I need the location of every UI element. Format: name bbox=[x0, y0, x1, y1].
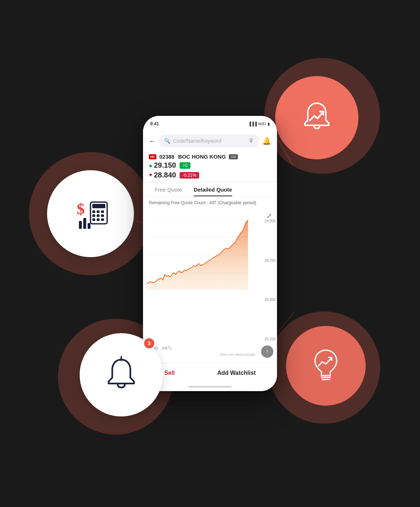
search-input-wrapper[interactable]: 🔍 Code/Name/Keyword 🎙 bbox=[160, 135, 259, 147]
svg-rect-11 bbox=[101, 218, 104, 221]
status-bar: 9:41 ▐▐▐ WiFi ▮ bbox=[143, 116, 277, 132]
price-row-down: 28.840 -0.21% bbox=[149, 171, 271, 179]
svg-rect-2 bbox=[92, 204, 105, 208]
battery-icon: ▮ bbox=[268, 122, 270, 126]
change-badge-green: +0 bbox=[180, 162, 190, 169]
price-up-indicator: 29.150 bbox=[149, 161, 176, 169]
chart-copyright: etnet.com.hk@copyright bbox=[220, 353, 255, 356]
phone-mockup: 9:41 ▐▐▐ WiFi ▮ ← 🔍 Code/Name/Keyword 🎙 … bbox=[143, 116, 277, 391]
home-bar bbox=[188, 386, 232, 387]
bell-trend-bubble bbox=[275, 76, 358, 159]
lightbulb-trend-bubble bbox=[286, 326, 366, 406]
svg-rect-4 bbox=[97, 210, 100, 213]
bottom-action-bar: Sell Add Watchlist bbox=[143, 363, 277, 382]
svg-rect-10 bbox=[97, 218, 100, 221]
stock-header: HK 02388 BOC HONG KONG 10d 29.150 +0 bbox=[143, 151, 277, 181]
period-badge: 10d bbox=[229, 154, 238, 159]
down-arrow bbox=[149, 174, 152, 177]
search-bar: ← 🔍 Code/Name/Keyword 🎙 🔔 bbox=[143, 132, 277, 151]
chart-area: ⤢ bbox=[143, 208, 277, 363]
main-scene: $ bbox=[47, 54, 373, 453]
stock-name-row: HK 02388 BOC HONG KONG 10d bbox=[149, 154, 271, 160]
chart-time-label: 14:00 (HKT) bbox=[149, 346, 259, 350]
calculator-finance-icon: $ bbox=[69, 192, 112, 235]
svg-rect-7 bbox=[97, 214, 100, 217]
tab-free-quote[interactable]: Free Quote bbox=[149, 183, 188, 196]
bell-notification-icon bbox=[101, 353, 141, 397]
expand-chart-icon[interactable]: ⤢ bbox=[266, 212, 272, 220]
search-icon: 🔍 bbox=[164, 138, 170, 144]
scroll-top-button[interactable]: ↑ bbox=[261, 345, 273, 358]
svg-rect-3 bbox=[92, 210, 95, 213]
svg-rect-8 bbox=[101, 214, 104, 217]
exchange-badge: HK bbox=[149, 154, 156, 159]
search-placeholder: Code/Name/Keyword bbox=[173, 138, 245, 144]
time-display: 9:41 bbox=[150, 121, 159, 126]
chart-price-labels: 29.000 28.750 28.500 28.250 bbox=[264, 219, 276, 341]
price-chart bbox=[147, 218, 252, 291]
back-button[interactable]: ← bbox=[149, 137, 156, 145]
home-indicator bbox=[143, 382, 277, 391]
svg-rect-9 bbox=[92, 218, 95, 221]
price-row-up: 29.150 +0 bbox=[149, 161, 271, 169]
tab-detailed-quote[interactable]: Detailed Quote bbox=[188, 183, 238, 196]
price-up-value: 29.150 bbox=[154, 161, 176, 169]
wifi-icon: WiFi bbox=[258, 122, 266, 126]
svg-rect-14 bbox=[88, 223, 91, 229]
calculator-finance-bubble: $ bbox=[47, 170, 134, 257]
svg-rect-5 bbox=[101, 210, 104, 213]
status-icons: ▐▐▐ WiFi ▮ bbox=[248, 122, 270, 126]
svg-rect-6 bbox=[92, 214, 95, 217]
mic-icon: 🎙 bbox=[248, 138, 254, 144]
phone-screen: 9:41 ▐▐▐ WiFi ▮ ← 🔍 Code/Name/Keyword 🎙 … bbox=[143, 116, 277, 391]
header-bell-icon[interactable]: 🔔 bbox=[262, 137, 271, 145]
change-badge-red: -0.21% bbox=[180, 172, 199, 179]
signal-icon: ▐▐▐ bbox=[248, 122, 257, 126]
bell-notification-bubble: 3 bbox=[80, 333, 163, 416]
add-watchlist-button[interactable]: Add Watchlist bbox=[217, 370, 256, 376]
svg-text:$: $ bbox=[77, 200, 85, 218]
sell-button[interactable]: Sell bbox=[164, 370, 175, 376]
stock-code-name: 02388 BOC HONG KONG bbox=[159, 154, 226, 160]
svg-rect-13 bbox=[83, 218, 86, 229]
price-down-value: 28.840 bbox=[154, 171, 176, 179]
notification-badge: 3 bbox=[144, 338, 154, 348]
bell-trend-icon bbox=[297, 98, 337, 138]
lightbulb-trend-icon bbox=[308, 346, 344, 386]
quote-tabs: Free Quote Detailed Quote bbox=[143, 183, 277, 197]
up-arrow bbox=[149, 164, 152, 167]
quote-count-text: Remaining Free Quote Count : 497 (Charge… bbox=[143, 197, 277, 208]
price-down-indicator: 28.840 bbox=[149, 171, 176, 179]
svg-rect-12 bbox=[79, 221, 82, 229]
